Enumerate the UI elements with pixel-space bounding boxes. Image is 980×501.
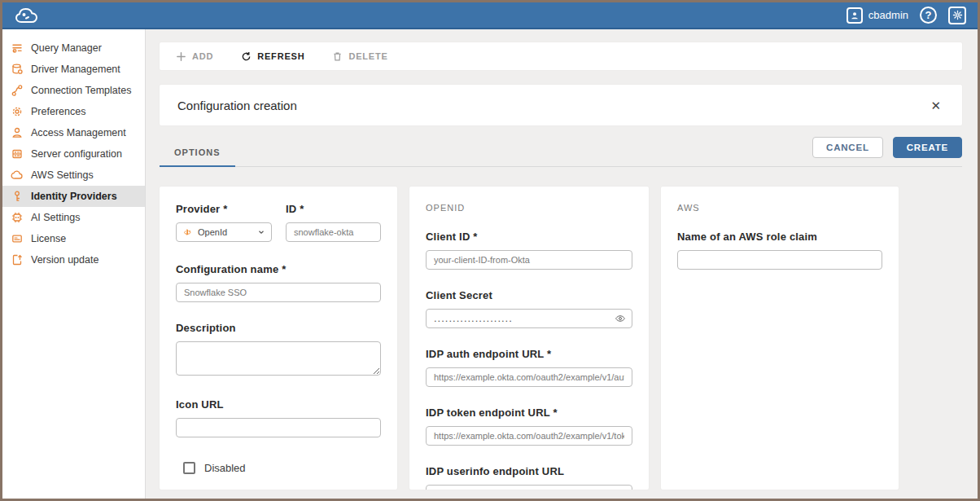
- create-button[interactable]: CREATE: [893, 137, 962, 158]
- form-cards: Provider * OpenId: [160, 187, 962, 490]
- user-menu[interactable]: cbadmin: [847, 7, 908, 24]
- idp-token-endpoint-field[interactable]: [426, 426, 632, 446]
- client-id-label: Client ID *: [426, 231, 632, 243]
- ai-settings-icon: [11, 211, 24, 224]
- identity-providers-icon: [11, 190, 24, 203]
- idp-userinfo-endpoint-field[interactable]: [426, 485, 632, 490]
- delete-button[interactable]: DELETE: [332, 51, 387, 62]
- client-secret-label: Client Secret: [426, 289, 632, 301]
- provider-select[interactable]: OpenId: [176, 222, 272, 242]
- sidebar-item-preferences[interactable]: Preferences: [2, 101, 145, 122]
- client-id-field[interactable]: [426, 250, 632, 270]
- sidebar-item-aws-settings[interactable]: AWS Settings: [2, 165, 145, 186]
- idp-token-endpoint-label: IDP token endpoint URL *: [426, 407, 632, 419]
- disabled-checkbox[interactable]: [183, 462, 195, 474]
- license-icon: [11, 232, 24, 245]
- tab-bar: OPTIONS CANCEL CREATE: [160, 137, 962, 167]
- preferences-icon: [11, 105, 24, 118]
- add-button[interactable]: ADD: [176, 51, 213, 62]
- aws-role-claim-field[interactable]: [677, 250, 882, 270]
- description-label: Description: [176, 322, 381, 334]
- chevron-down-icon: [257, 228, 265, 236]
- sidebar-item-query-manager[interactable]: Query Manager: [2, 37, 145, 59]
- sidebar-item-server-configuration[interactable]: Server configuration: [2, 143, 145, 165]
- aws-settings-icon: [11, 169, 24, 182]
- connection-templates-icon: [11, 84, 24, 97]
- description-field[interactable]: [176, 341, 381, 376]
- configuration-name-field[interactable]: [176, 283, 381, 302]
- sidebar-item-identity-providers[interactable]: Identity Providers: [2, 186, 145, 207]
- panel-header: Configuration creation ✕: [160, 85, 962, 125]
- idp-auth-endpoint-field[interactable]: [426, 367, 632, 387]
- version-update-icon: [11, 253, 24, 266]
- icon-url-label: Icon URL: [176, 398, 381, 411]
- refresh-button[interactable]: REFRESH: [241, 51, 304, 62]
- trash-icon: [332, 51, 343, 62]
- show-password-eye-icon[interactable]: [615, 313, 626, 324]
- help-icon[interactable]: ?: [920, 7, 937, 24]
- user-icon: [847, 7, 863, 24]
- server-configuration-icon: [11, 147, 24, 160]
- sidebar-item-connection-templates[interactable]: Connection Templates: [2, 80, 145, 101]
- cancel-button[interactable]: CANCEL: [812, 137, 883, 158]
- provider-value: OpenId: [198, 227, 227, 237]
- configuration-name-label: Configuration name *: [176, 263, 381, 275]
- app-window: cbadmin ? Query Manager: [0, 0, 980, 501]
- close-icon[interactable]: ✕: [927, 96, 944, 115]
- client-secret-masked-value: .....................: [434, 310, 624, 327]
- app-logo-cloud-icon: [12, 4, 48, 27]
- idp-auth-endpoint-label: IDP auth endpoint URL *: [426, 348, 632, 360]
- disabled-checkbox-row[interactable]: Disabled: [183, 462, 381, 474]
- card-openid: OPENID Client ID * Client Secret .......…: [409, 187, 649, 490]
- card-general: Provider * OpenId: [160, 187, 397, 490]
- sidebar-item-ai-settings[interactable]: AI Settings: [2, 207, 145, 228]
- sidebar-item-access-management[interactable]: Access Management: [2, 122, 145, 143]
- id-label: ID *: [286, 203, 381, 215]
- toolbar: ADD REFRESH DELETE: [160, 42, 962, 70]
- query-manager-icon: [11, 42, 24, 55]
- card-aws: AWS Name of an AWS role claim: [661, 187, 899, 490]
- topbar: cbadmin ?: [2, 2, 978, 29]
- driver-management-icon: [11, 63, 24, 76]
- client-secret-field[interactable]: .....................: [426, 309, 632, 328]
- refresh-icon: [241, 51, 252, 62]
- aws-role-claim-label: Name of an AWS role claim: [677, 231, 882, 243]
- page-title: Configuration creation: [177, 99, 297, 112]
- openid-logo-icon: [182, 227, 192, 237]
- disabled-label: Disabled: [204, 462, 246, 474]
- plus-icon: [176, 51, 186, 62]
- username: cbadmin: [868, 9, 908, 21]
- idp-userinfo-endpoint-label: IDP userinfo endpoint URL: [426, 465, 632, 477]
- access-management-icon: [11, 126, 24, 139]
- settings-gear-icon[interactable]: [948, 7, 966, 24]
- sidebar-item-license[interactable]: License: [2, 228, 145, 249]
- sidebar: Query Manager Driver Management Connecti…: [2, 29, 146, 499]
- main-content: ADD REFRESH DELETE Configuration creatio…: [146, 29, 978, 499]
- sidebar-item-version-update[interactable]: Version update: [2, 249, 145, 270]
- id-field[interactable]: [286, 222, 381, 242]
- icon-url-field[interactable]: [176, 418, 381, 437]
- aws-section-header: AWS: [677, 203, 882, 213]
- openid-section-header: OPENID: [426, 203, 632, 213]
- provider-label: Provider *: [176, 203, 272, 215]
- sidebar-item-driver-management[interactable]: Driver Management: [2, 59, 145, 80]
- tab-options[interactable]: OPTIONS: [160, 141, 235, 167]
